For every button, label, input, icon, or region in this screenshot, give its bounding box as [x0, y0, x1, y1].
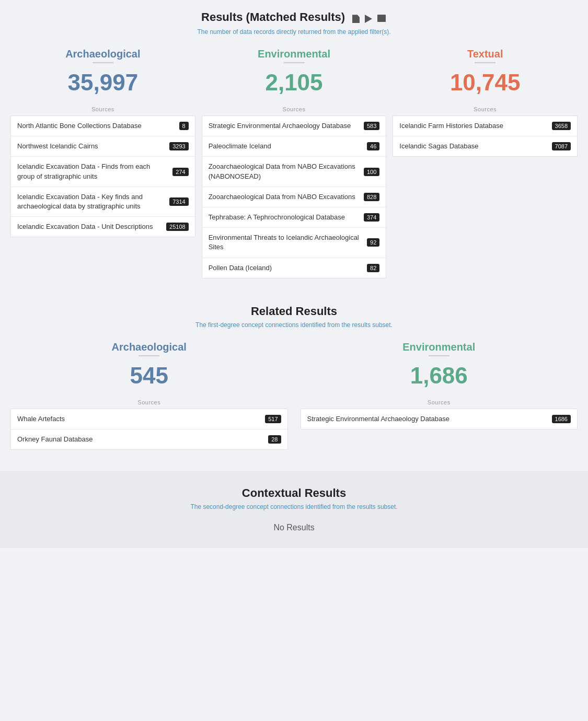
source-badge: 3658 [552, 122, 571, 130]
list-item[interactable]: Orkney Faunal Database28 [11, 429, 287, 449]
contextual-results-title: Contextual Results [10, 486, 578, 500]
related-archaeological-sources-label: Sources [10, 399, 288, 405]
source-badge: 7087 [552, 142, 571, 150]
list-item[interactable]: North Atlantic Bone Collections Database… [11, 116, 195, 136]
environmental-sources-box: Strategic Environmental Archaeology Data… [202, 115, 387, 278]
list-item[interactable]: Icelandic Farm Histories Database3658 [393, 116, 577, 136]
related-columns: Archaeological 545 Sources Whale Artefac… [10, 341, 578, 450]
source-name: Zooarchaeological Data from NABO Excavat… [209, 192, 364, 202]
source-name: Environmental Threats to Icelandic Archa… [209, 233, 367, 252]
related-environmental-column: Environmental 1,686 Sources Strategic En… [301, 341, 578, 450]
no-results-text: No Results [10, 523, 578, 532]
source-name: North Atlantic Bone Collections Database [17, 121, 179, 131]
source-badge: 374 [364, 213, 379, 222]
list-item[interactable]: Strategic Environmental Archaeology Data… [301, 409, 578, 429]
play-icon [365, 15, 372, 23]
textual-column: Textual 10,745 Sources Icelandic Farm Hi… [393, 48, 578, 278]
archaeological-label: Archaeological [10, 48, 195, 60]
related-environmental-sources-box: Strategic Environmental Archaeology Data… [301, 409, 578, 429]
source-badge: 828 [364, 193, 379, 201]
environmental-column: Environmental 2,105 Sources Strategic En… [202, 48, 387, 278]
related-archaeological-number: 545 [10, 363, 288, 389]
list-item[interactable]: Icelandic Excavation Data - Unit Descrip… [11, 217, 195, 237]
related-archaeological-column: Archaeological 545 Sources Whale Artefac… [10, 341, 288, 450]
list-item[interactable]: Northwest Icelandic Cairns3293 [11, 136, 195, 157]
list-item[interactable]: Paleoclimate Iceland46 [202, 136, 386, 157]
archaeological-divider [93, 62, 113, 63]
source-name: Paleoclimate Iceland [209, 142, 367, 151]
source-badge: 517 [265, 415, 281, 423]
list-item[interactable]: Icelandic Excavation Data - Key finds an… [11, 187, 195, 217]
source-badge: 1686 [552, 415, 571, 423]
textual-divider [475, 62, 495, 63]
archaeological-sources-box: North Atlantic Bone Collections Database… [10, 115, 195, 237]
list-item[interactable]: Icelandic Excavation Data - Finds from e… [11, 157, 195, 187]
list-item[interactable]: Zooarchaeological Data from NABO Excavat… [202, 187, 386, 207]
source-badge: 583 [364, 122, 379, 130]
page: Results (Matched Results) The number of … [0, 0, 588, 569]
source-badge: 8 [179, 122, 189, 130]
source-name: Icelandic Excavation Data - Unit Descrip… [17, 222, 166, 231]
list-item[interactable]: Whale Artefacts517 [11, 409, 287, 429]
list-item[interactable]: Icelandic Sagas Database7087 [393, 136, 577, 156]
related-results-title: Related Results [10, 305, 578, 318]
source-badge: 100 [364, 168, 379, 176]
source-name: Icelandic Farm Histories Database [399, 121, 551, 131]
related-archaeological-sources-box: Whale Artefacts517Orkney Faunal Database… [10, 409, 288, 450]
source-name: Strategic Environmental Archaeology Data… [209, 121, 364, 131]
source-name: Icelandic Excavation Data - Finds from e… [17, 162, 172, 181]
list-item[interactable]: Pollen Data (Iceland)82 [202, 258, 386, 278]
matched-results-header: Results (Matched Results) [10, 10, 578, 24]
environmental-label: Environmental [202, 48, 387, 60]
source-name: Whale Artefacts [17, 414, 265, 424]
textual-label: Textual [393, 48, 578, 60]
related-environmental-sources-label: Sources [301, 399, 578, 405]
list-item[interactable]: Strategic Environmental Archaeology Data… [202, 116, 386, 136]
matched-results-section: Results (Matched Results) The number of … [0, 10, 588, 294]
source-badge: 92 [367, 238, 379, 247]
source-name: Zooarchaeological Data from NABO Excavat… [209, 162, 364, 181]
source-name: Pollen Data (Iceland) [209, 263, 367, 273]
source-name: Northwest Icelandic Cairns [17, 142, 169, 151]
list-item[interactable]: Environmental Threats to Icelandic Archa… [202, 228, 386, 258]
environmental-number: 2,105 [202, 69, 387, 96]
related-environmental-label: Environmental [301, 341, 578, 353]
source-badge: 3293 [169, 142, 188, 150]
matched-results-subtitle: The number of data records directly retu… [10, 28, 578, 36]
contextual-results-subtitle: The second-degree concept connections id… [10, 503, 578, 510]
source-name: Tephrabase: A Tephrochronological Databa… [209, 213, 364, 222]
source-badge: 28 [268, 435, 281, 444]
related-environmental-divider [429, 355, 449, 356]
textual-sources-label: Sources [393, 106, 578, 112]
contextual-results-section: Contextual Results The second-degree con… [0, 471, 588, 548]
archaeological-number: 35,997 [10, 69, 195, 96]
source-badge: 46 [367, 142, 379, 150]
matched-columns: Archaeological 35,997 Sources North Atla… [10, 48, 578, 278]
environmental-divider [284, 62, 305, 63]
environmental-sources-label: Sources [202, 106, 387, 112]
related-results-section: Related Results The first-degree concept… [0, 294, 588, 466]
archaeological-sources-label: Sources [10, 106, 195, 112]
textual-number: 10,745 [393, 69, 578, 96]
textual-sources-box: Icelandic Farm Histories Database3658Ice… [393, 115, 578, 157]
source-badge: 274 [172, 168, 188, 176]
header-icons [351, 15, 387, 23]
source-badge: 82 [367, 264, 379, 272]
source-badge: 7314 [169, 197, 188, 206]
source-name: Strategic Environmental Archaeology Data… [307, 414, 552, 424]
related-environmental-number: 1,686 [301, 363, 578, 389]
related-results-subtitle: The first-degree concept connections ide… [10, 321, 578, 329]
image-icon [377, 15, 386, 22]
list-item[interactable]: Tephrabase: A Tephrochronological Databa… [202, 207, 386, 228]
document-icon [352, 15, 360, 23]
related-archaeological-label: Archaeological [10, 341, 288, 353]
source-name: Icelandic Sagas Database [399, 142, 551, 151]
archaeological-column: Archaeological 35,997 Sources North Atla… [10, 48, 195, 278]
matched-results-title: Results (Matched Results) [201, 10, 345, 24]
list-item[interactable]: Zooarchaeological Data from NABO Excavat… [202, 157, 386, 187]
related-archaeological-divider [139, 355, 159, 356]
source-badge: 25108 [166, 223, 189, 231]
source-name: Icelandic Excavation Data - Key finds an… [17, 192, 169, 211]
source-name: Orkney Faunal Database [17, 435, 268, 444]
